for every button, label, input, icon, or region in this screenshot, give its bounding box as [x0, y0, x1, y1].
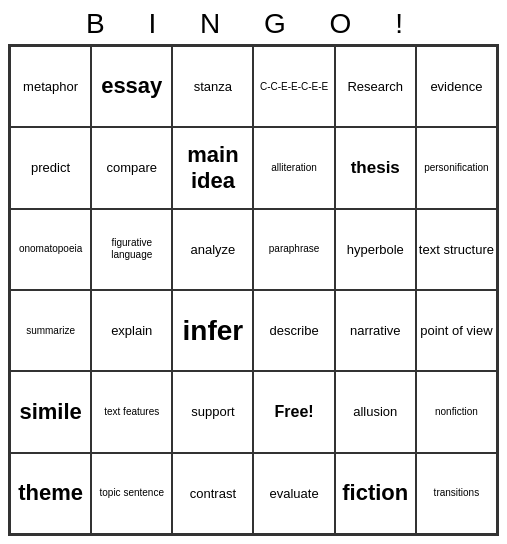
bingo-cell-26[interactable]: support [172, 371, 253, 452]
bingo-title: B I N G O ! [8, 8, 499, 40]
bingo-cell-31[interactable]: topic sentence [91, 453, 172, 534]
bingo-cell-27[interactable]: Free! [253, 371, 334, 452]
bingo-cell-23[interactable]: point of view [416, 290, 497, 371]
bingo-cell-1[interactable]: essay [91, 46, 172, 127]
bingo-cell-12[interactable]: onomatopoeia [10, 209, 91, 290]
bingo-cell-29[interactable]: nonfiction [416, 371, 497, 452]
bingo-cell-6[interactable]: predict [10, 127, 91, 208]
bingo-grid: metaphoressaystanzaC-C-E-E-C-E-EResearch… [8, 44, 499, 536]
bingo-cell-5[interactable]: evidence [416, 46, 497, 127]
bingo-cell-3[interactable]: C-C-E-E-C-E-E [253, 46, 334, 127]
bingo-cell-17[interactable]: text structure [416, 209, 497, 290]
bingo-cell-10[interactable]: thesis [335, 127, 416, 208]
bingo-cell-21[interactable]: describe [253, 290, 334, 371]
bingo-cell-14[interactable]: analyze [172, 209, 253, 290]
bingo-cell-2[interactable]: stanza [172, 46, 253, 127]
bingo-cell-30[interactable]: theme [10, 453, 91, 534]
bingo-cell-34[interactable]: fiction [335, 453, 416, 534]
bingo-cell-9[interactable]: alliteration [253, 127, 334, 208]
bingo-cell-18[interactable]: summarize [10, 290, 91, 371]
bingo-cell-8[interactable]: main idea [172, 127, 253, 208]
bingo-cell-33[interactable]: evaluate [253, 453, 334, 534]
bingo-cell-0[interactable]: metaphor [10, 46, 91, 127]
bingo-cell-20[interactable]: infer [172, 290, 253, 371]
bingo-cell-4[interactable]: Research [335, 46, 416, 127]
bingo-cell-25[interactable]: text features [91, 371, 172, 452]
bingo-cell-32[interactable]: contrast [172, 453, 253, 534]
bingo-cell-15[interactable]: paraphrase [253, 209, 334, 290]
bingo-cell-24[interactable]: simile [10, 371, 91, 452]
bingo-cell-7[interactable]: compare [91, 127, 172, 208]
bingo-cell-28[interactable]: allusion [335, 371, 416, 452]
bingo-cell-11[interactable]: personification [416, 127, 497, 208]
bingo-cell-35[interactable]: transitions [416, 453, 497, 534]
bingo-cell-16[interactable]: hyperbole [335, 209, 416, 290]
bingo-cell-13[interactable]: figurative language [91, 209, 172, 290]
bingo-cell-19[interactable]: explain [91, 290, 172, 371]
bingo-cell-22[interactable]: narrative [335, 290, 416, 371]
